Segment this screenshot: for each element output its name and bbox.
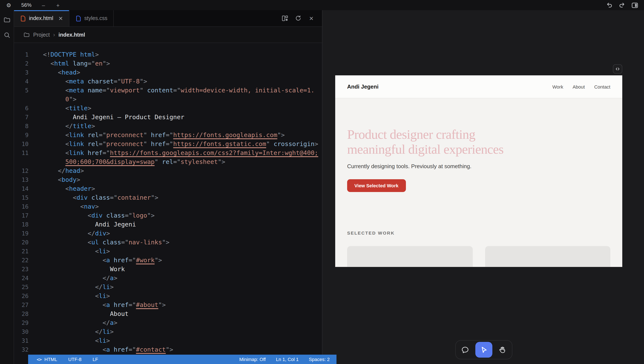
code-line[interactable]: 3 <head> (14, 68, 322, 77)
activity-rail (0, 10, 14, 364)
line-number: 32 (14, 345, 29, 354)
line-number: 8 (14, 122, 29, 131)
code-line[interactable]: 29 </a> (14, 318, 322, 328)
top-bar: ⚙ 56% – + (0, 0, 644, 10)
app-window: ⚙ 56% – + (0, 0, 644, 364)
status-bar: <> HTML UTF-8 LF Minimap: Off Ln 1, Col … (28, 355, 336, 364)
code-line[interactable]: 6 <title> (14, 104, 322, 113)
line-number: 1 (14, 50, 29, 59)
tab-label: styles.css (84, 15, 107, 21)
line-number: 16 (14, 202, 29, 211)
preview-page: Andi Jegeni Work About Contact Product d… (335, 75, 622, 267)
code-line[interactable]: 26 <li> (14, 292, 322, 300)
panel-toggle-icon[interactable] (631, 2, 638, 9)
tab-label: index.html (29, 15, 53, 21)
hero-subtext: Currently designing tools. Previously at… (347, 163, 610, 170)
code-line[interactable]: 22 <a href="#work"> (14, 256, 322, 265)
line-number: 25 (14, 283, 29, 292)
floating-toolbar (455, 340, 512, 359)
code-line[interactable]: 19 </div> (14, 229, 322, 238)
line-number: 10 (14, 140, 29, 148)
code-line[interactable]: 500;600;700&display=swap" rel="styleshee… (14, 158, 322, 166)
folder-icon (24, 32, 30, 38)
close-editor-icon[interactable]: ✕ (308, 15, 315, 22)
code-line[interactable]: 24 </a> (14, 274, 322, 283)
code-line[interactable]: 28 About (14, 310, 322, 318)
status-encoding[interactable]: UTF-8 (68, 357, 81, 362)
line-number: 4 (14, 77, 29, 86)
code-line[interactable]: 27 <a href="#about"> (14, 300, 322, 310)
status-indentation[interactable]: Spaces: 2 (309, 357, 330, 362)
tab-close-icon[interactable]: ✕ (58, 15, 63, 22)
undo-icon[interactable] (606, 2, 613, 9)
tab-index-html[interactable]: index.html ✕ (14, 10, 70, 26)
preview-hero-section: Product designer crafting meaningful dig… (335, 98, 622, 267)
code-line[interactable]: 21 <li> (14, 247, 322, 256)
nav-link-work[interactable]: Work (552, 84, 563, 89)
code-line[interactable]: 14 <header> (14, 184, 322, 193)
status-language[interactable]: HTML (45, 357, 57, 362)
code-line[interactable]: 13 <body> (14, 176, 322, 184)
status-eol[interactable]: LF (93, 357, 98, 362)
line-number (14, 158, 29, 166)
code-brackets-icon: <> (37, 356, 42, 362)
code-line[interactable]: 10 <link rel="preconnect" href="https://… (14, 140, 322, 148)
breadcrumb-file[interactable]: index.html (59, 32, 85, 38)
redo-icon[interactable] (618, 2, 626, 9)
code-line[interactable]: 4 <meta charset="UTF-8"> (14, 77, 322, 86)
css-file-icon (75, 15, 81, 22)
code-line[interactable]: 20 <ul class="nav-links"> (14, 238, 322, 247)
code-line[interactable]: 18 Andi Jegeni (14, 220, 322, 229)
preview-canvas: Andi Jegeni Work About Contact Product d… (322, 10, 644, 364)
code-line[interactable]: 17 <div class="logo"> (14, 211, 322, 220)
tab-styles-css[interactable]: styles.css (70, 10, 114, 26)
line-number: 2 (14, 59, 29, 68)
hero-heading: Product designer crafting meaningful dig… (347, 127, 610, 157)
view-code-button[interactable] (613, 64, 622, 74)
view-selected-work-button[interactable]: View Selected Work (347, 179, 406, 192)
code-line[interactable]: 12 </head> (14, 166, 322, 176)
breadcrumb-project[interactable]: Project (33, 32, 50, 38)
tab-bar: index.html ✕ styles.css ✕ (14, 10, 322, 27)
settings-gear-icon[interactable]: ⚙ (6, 2, 12, 8)
line-number: 24 (14, 274, 29, 283)
code-line[interactable]: 7 Andi Jegeni – Product Designer (14, 113, 322, 122)
line-number: 30 (14, 328, 29, 336)
line-number: 6 (14, 104, 29, 113)
line-number: 21 (14, 247, 29, 256)
code-line[interactable]: 32 <a href="#contact"> (14, 345, 322, 354)
site-logo[interactable]: Andi Jegeni (347, 84, 378, 90)
zoom-in-button[interactable]: + (55, 2, 61, 8)
html-file-icon (20, 15, 26, 22)
code-line[interactable]: 1<!DOCTYPE html> (14, 50, 322, 59)
line-number: 31 (14, 336, 29, 345)
status-cursor-position[interactable]: Ln 1, Col 1 (276, 357, 299, 362)
search-icon[interactable] (3, 32, 11, 39)
code-line[interactable]: 30 </li> (14, 328, 322, 336)
status-minimap[interactable]: Minimap: Off (239, 357, 266, 362)
zoom-out-button[interactable]: – (41, 2, 46, 8)
code-line[interactable]: 25 </li> (14, 283, 322, 292)
code-editor[interactable]: 1<!DOCTYPE html>2 <html lang="en">3 <hea… (14, 43, 322, 364)
code-line[interactable]: 0"> (14, 95, 322, 104)
code-line[interactable]: 16 <nav> (14, 202, 322, 211)
files-folder-icon[interactable] (3, 16, 11, 24)
comment-tool-icon[interactable] (460, 345, 470, 355)
code-line[interactable]: 2 <html lang="en"> (14, 59, 322, 68)
code-line[interactable]: 15 <div class="container"> (14, 193, 322, 202)
code-line[interactable]: 5 <meta name="viewport" content="width=d… (14, 86, 322, 95)
nav-link-contact[interactable]: Contact (594, 84, 610, 89)
editor-pane: index.html ✕ styles.css ✕ (14, 10, 322, 364)
hand-tool-icon[interactable] (497, 345, 508, 355)
work-cards (347, 246, 610, 267)
refresh-icon[interactable] (295, 15, 302, 22)
code-line[interactable]: 8 </title> (14, 122, 322, 131)
split-view-icon[interactable] (282, 15, 288, 22)
code-line[interactable]: 23 Work (14, 265, 322, 274)
cursor-tool-selected[interactable] (475, 342, 492, 358)
nav-link-about[interactable]: About (573, 84, 585, 89)
code-line[interactable]: 31 <li> (14, 336, 322, 345)
code-line[interactable]: 9 <link rel="preconnect" href="https://f… (14, 131, 322, 140)
code-line[interactable]: 11 <link href="https://fonts.googleapis.… (14, 148, 322, 158)
line-number: 7 (14, 113, 29, 122)
